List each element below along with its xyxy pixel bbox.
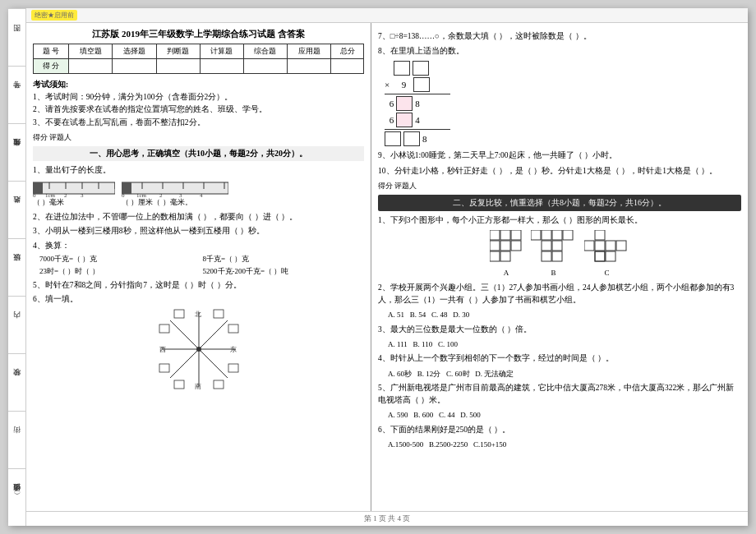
q4-item-3: 5200千克-200千克=（ ）吨 bbox=[203, 266, 365, 277]
svg-rect-61 bbox=[595, 251, 605, 261]
svg-rect-35 bbox=[214, 380, 224, 389]
svg-rect-50 bbox=[552, 230, 562, 240]
sidebar-item-5: 内 bbox=[8, 296, 25, 353]
q4-item-1: 8千克=（ ）克 bbox=[203, 254, 365, 265]
part2-q4: 4、时针从上一个数字到相邻的下一个数字，经过的时间是（ ）。 bbox=[378, 352, 741, 365]
ruler2-svg: 0 1cm 2 3 4 bbox=[122, 179, 228, 197]
svg-text:东: 东 bbox=[230, 346, 237, 353]
score-val-6 bbox=[287, 59, 330, 74]
svg-rect-33 bbox=[214, 310, 224, 318]
sidebar: 图 学号 考生须知 姓名 班级 内 学校 街 乡镇（街道） bbox=[8, 8, 26, 526]
q4-items: 7000千克=（ ）克 8千克=（ ）克 23时=（ ）时（ ） 5200千克-… bbox=[39, 254, 364, 277]
part2-q6-opts: A.1500-500 B.2500-2250 C.150+150 bbox=[388, 439, 741, 450]
part2-q4-opts: A. 60秒 B. 12分 C. 60时 D. 无法确定 bbox=[388, 368, 741, 380]
part2-q2-opts: A. 51 B. 54 C. 48 D. 30 bbox=[388, 309, 741, 320]
svg-rect-49 bbox=[542, 230, 551, 240]
score-val-3 bbox=[156, 59, 200, 74]
shape-b-label: B bbox=[531, 230, 576, 279]
part2-q6: 6、下面的结果刚好是250的是（ ）。 bbox=[378, 424, 741, 436]
q9: 9、小林说1:00睡觉，第二天早上7:00起床，他一共睡了（ ）小时。 bbox=[378, 150, 741, 162]
score-header-2: 选择题 bbox=[113, 44, 156, 59]
mult-area: × 9 6 8 bbox=[385, 61, 735, 146]
score-header-4: 计算题 bbox=[200, 44, 243, 59]
svg-rect-55 bbox=[552, 251, 562, 261]
score-val-1 bbox=[69, 59, 113, 74]
scorer2: 得分 评题人 bbox=[378, 180, 741, 191]
q4-opt-c: C. 60时 bbox=[446, 370, 470, 378]
top-banner: 绝密★启用前 bbox=[26, 8, 748, 23]
svg-rect-60 bbox=[616, 241, 626, 251]
svg-text:3: 3 bbox=[81, 192, 84, 197]
svg-text:南: 南 bbox=[195, 383, 201, 390]
mult-box-3 bbox=[396, 96, 413, 111]
q5-opt-c: C. 44 bbox=[439, 411, 455, 419]
shape-b-svg bbox=[531, 230, 576, 263]
q4-item-2: 23时=（ ）时（ ） bbox=[39, 266, 201, 277]
svg-rect-63 bbox=[595, 251, 605, 261]
doc-title: 江苏版 2019年三年级数学上学期综合练习试题 含答案 bbox=[33, 28, 364, 40]
q6-opt-c: C.150+150 bbox=[473, 440, 506, 449]
svg-text:北: 北 bbox=[195, 311, 201, 318]
ruler1-svg: 0 1cm 2 3 bbox=[33, 179, 115, 197]
svg-rect-32 bbox=[174, 310, 184, 318]
instructions-title: 考试须知: bbox=[33, 79, 364, 91]
q3-opt-b: B. 110 bbox=[413, 340, 433, 348]
q2-opt-d: D. 30 bbox=[453, 311, 469, 319]
score-val-4 bbox=[200, 59, 243, 74]
score-header-6: 应用题 bbox=[287, 44, 330, 59]
mult-box-2 bbox=[413, 77, 430, 92]
mult-row3: 6 8 bbox=[385, 96, 735, 111]
mult-box-4 bbox=[396, 113, 413, 127]
ruler2-label: （ ）厘米（ ）毫米。 bbox=[122, 197, 192, 208]
sidebar-item-3: 姓名 bbox=[8, 181, 25, 238]
compass-area: 北 南 东 西 bbox=[33, 308, 364, 390]
svg-rect-42 bbox=[511, 230, 521, 240]
score-header-5: 综合题 bbox=[243, 44, 287, 59]
instruction-3: 3、不要在试卷上乱写乱画，卷面不整洁扣2分。 bbox=[33, 117, 364, 129]
shape-b-label-text: B bbox=[531, 267, 576, 279]
shape-a-label: A bbox=[490, 230, 523, 279]
svg-rect-41 bbox=[500, 230, 510, 240]
q5-opt-d: D. 500 bbox=[460, 411, 481, 419]
q2-opt-c: C. 48 bbox=[431, 311, 448, 319]
svg-rect-52 bbox=[542, 241, 551, 251]
part2-q2: 2、学校开展两个兴趣小组。三（1）27人参加书画小组，24人参加棋艺小组，两个小… bbox=[378, 282, 741, 306]
q2-opt-a: A. 51 bbox=[388, 311, 404, 319]
shapes-area: A bbox=[378, 230, 741, 279]
shape-c-label: C bbox=[584, 230, 629, 279]
sidebar-item-1: 学号 bbox=[8, 66, 25, 123]
page-number: 第 1 页 共 4 页 bbox=[26, 511, 748, 526]
svg-rect-38 bbox=[228, 325, 238, 333]
q7: 7、□÷8=138……○，余数最大填（ ），这时被除数是（ ）。 bbox=[378, 30, 741, 43]
q8: 8、在里填上适当的数。 bbox=[378, 45, 741, 58]
svg-text:4: 4 bbox=[200, 192, 203, 197]
part1-title: 一、用心思考，正确填空（共10小题，每题2分，共20分）。 bbox=[33, 146, 364, 161]
svg-rect-57 bbox=[584, 241, 594, 251]
part2-q5-opts: A. 590 B. 600 C. 44 D. 500 bbox=[388, 409, 741, 421]
mult-box-5b bbox=[403, 131, 420, 146]
banner-label: 绝密★启用前 bbox=[31, 10, 77, 21]
mult-box-5a bbox=[385, 131, 401, 146]
compass-diagram: 北 南 东 西 bbox=[158, 308, 240, 390]
svg-text:西: 西 bbox=[159, 346, 166, 353]
mult-row1 bbox=[385, 61, 735, 76]
svg-rect-47 bbox=[500, 251, 510, 261]
q3-opt-c: C. 100 bbox=[438, 340, 458, 348]
part2-q3: 3、最大的三位数是最大一位数的（ ）倍。 bbox=[378, 324, 741, 336]
svg-text:2: 2 bbox=[64, 192, 67, 197]
columns: 江苏版 2019年三年级数学上学期综合练习试题 含答案 题 号 填空题 选择题 … bbox=[26, 23, 748, 511]
ruler1-label: （ ）毫米 bbox=[33, 197, 64, 208]
score-val-2 bbox=[113, 59, 156, 74]
q4-opt-d: D. 无法确定 bbox=[475, 370, 514, 378]
score-header-7: 总分 bbox=[331, 44, 364, 59]
shape-a-svg bbox=[490, 230, 523, 263]
svg-rect-44 bbox=[500, 241, 510, 251]
section2-header: 二、反复比较，慎重选择（共8小题，每题2分，共16分）。 bbox=[378, 195, 741, 211]
svg-rect-43 bbox=[490, 241, 500, 251]
page-wrapper: 图 学号 考生须知 姓名 班级 内 学校 街 乡镇（街道） 绝密★启用前 江苏版… bbox=[8, 8, 748, 526]
right-questions: 7、□÷8=138……○，余数最大填（ ），这时被除数是（ ）。 8、在里填上适… bbox=[378, 30, 741, 450]
svg-rect-62 bbox=[606, 251, 615, 261]
svg-rect-36 bbox=[159, 325, 169, 333]
mult-row2: × 9 bbox=[385, 77, 735, 92]
q5-label: 5、时针在7和8之间，分针指向7，这时是（ ）时（ ）分。 bbox=[33, 279, 364, 291]
